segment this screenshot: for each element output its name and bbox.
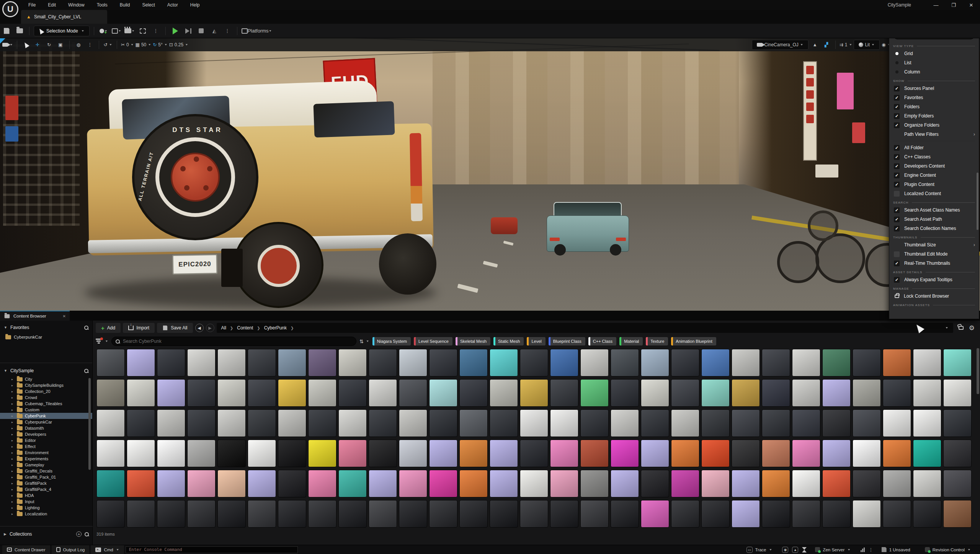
asset-thumbnail-r1c15[interactable] xyxy=(520,349,548,376)
asset-thumbnail-r5c11[interactable] xyxy=(399,470,427,497)
selection-mode-dropdown[interactable]: Selection Mode ▼ xyxy=(34,26,90,36)
asset-thumbnail-r6c16[interactable] xyxy=(550,500,578,528)
asset-thumbnail-r5c24[interactable] xyxy=(792,470,820,497)
asset-thumbnail-r3c13[interactable] xyxy=(459,409,488,437)
folder-item-citysamplebuildings[interactable]: ▸CitySampleBuildings xyxy=(0,382,92,388)
asset-thumbnail-r2c20[interactable] xyxy=(671,379,699,407)
checkbox-checked[interactable]: ✓ xyxy=(894,207,900,213)
settings-item-engine-content[interactable]: ✓Engine Content xyxy=(889,171,979,180)
folder-item-datasmith[interactable]: ▸Datasmith xyxy=(0,425,92,431)
radio-unselected[interactable] xyxy=(894,70,900,73)
checkbox-checked[interactable]: ✓ xyxy=(894,182,900,187)
cmd-dropdown[interactable]: >_ Cmd ▼ xyxy=(91,545,124,554)
gear-icon[interactable]: ⚙ xyxy=(969,324,975,332)
folder-item-cyberpunkcar[interactable]: ▸CyberpunkCar xyxy=(0,419,92,425)
asset-thumbnail-r3c25[interactable] xyxy=(822,409,851,437)
settings-item-grid[interactable]: Grid xyxy=(889,49,979,58)
scale-snap-dropdown[interactable]: ⊡ 0.25▼ xyxy=(169,40,188,50)
asset-thumbnail-r4c8[interactable] xyxy=(308,440,336,467)
asset-thumbnail-r4c21[interactable] xyxy=(701,440,730,467)
folder-item-lighting[interactable]: ▸Lighting xyxy=(0,505,92,511)
asset-thumbnail-r5c27[interactable] xyxy=(883,470,911,497)
asset-search-input[interactable] xyxy=(123,339,337,344)
asset-thumbnail-r2c29[interactable] xyxy=(943,379,972,407)
asset-thumbnail-r5c4[interactable] xyxy=(187,470,216,497)
zen-server-dropdown[interactable]: Zen Server▼ xyxy=(810,545,855,554)
save-all-button[interactable]: Save All xyxy=(157,323,193,333)
camera-settings-button[interactable]: ▞ xyxy=(822,40,831,50)
asset-thumbnail-r3c20[interactable] xyxy=(671,409,699,437)
asset-thumbnail-r2c8[interactable] xyxy=(308,379,336,407)
asset-thumbnail-r5c26[interactable] xyxy=(853,470,881,497)
folder-item-cyberpunk[interactable]: ▸CyberPunk xyxy=(0,413,92,419)
checkbox-checked[interactable]: ✓ xyxy=(894,113,900,119)
asset-thumbnail-r1c16[interactable] xyxy=(550,349,578,376)
radio-unselected[interactable] xyxy=(894,61,900,64)
asset-thumbnail-r1c21[interactable] xyxy=(701,349,730,376)
asset-thumbnail-r6c24[interactable] xyxy=(792,500,820,528)
breadcrumb-item-cyberpunk[interactable]: CyberPunk xyxy=(264,325,287,331)
asset-thumbnail-r4c6[interactable] xyxy=(248,440,276,467)
asset-thumbnail-r2c25[interactable] xyxy=(822,379,851,407)
asset-thumbnail-r1c28[interactable] xyxy=(913,349,941,376)
stats-icon[interactable] xyxy=(861,547,865,552)
pilot-eject-button[interactable]: ▲ xyxy=(810,40,820,50)
forward-button[interactable]: ▶ xyxy=(206,324,214,332)
surface-snap-dropdown[interactable]: ↺▼ xyxy=(103,40,113,50)
asset-thumbnail-r6c13[interactable] xyxy=(459,500,488,528)
asset-thumbnail-r5c9[interactable] xyxy=(338,470,367,497)
asset-thumbnail-r1c9[interactable] xyxy=(338,349,367,376)
asset-thumbnail-r3c14[interactable] xyxy=(490,409,518,437)
asset-thumbnail-r4c28[interactable] xyxy=(913,440,941,467)
asset-thumbnail-r5c23[interactable] xyxy=(762,470,790,497)
filter-chip-level-sequence[interactable]: Level Sequence xyxy=(414,337,452,345)
asset-thumbnail-r2c14[interactable] xyxy=(490,379,518,407)
add-button[interactable]: + Add xyxy=(96,323,121,333)
settings-item-lock-content-browser[interactable]: Lock Content Browser xyxy=(889,292,979,301)
checkbox-checked[interactable]: ✓ xyxy=(894,104,900,110)
settings-item-thumbnail-edit-mode[interactable]: Thumbnail Edit Mode xyxy=(889,249,979,259)
settings-item-always-expand-tooltips[interactable]: ✓Always Expand Tooltips xyxy=(889,275,979,284)
checkbox-checked[interactable]: ✓ xyxy=(894,145,900,151)
minimize-button[interactable]: — xyxy=(927,0,945,10)
asset-thumbnail-r6c29[interactable] xyxy=(943,500,972,528)
asset-thumbnail-r3c18[interactable] xyxy=(611,409,639,437)
camera-speed-dropdown[interactable]: ⇉ 1▼ xyxy=(840,40,853,50)
asset-thumbnail-r5c6[interactable] xyxy=(248,470,276,497)
asset-thumbnail-r1c3[interactable] xyxy=(157,349,185,376)
asset-thumbnail-r5c1[interactable] xyxy=(96,470,125,497)
asset-thumbnail-r3c4[interactable] xyxy=(187,409,216,437)
asset-search-box[interactable] xyxy=(111,337,356,346)
add-actor-dropdown[interactable]: ▼ xyxy=(98,26,109,36)
folder-item-localization[interactable]: ▸Localization xyxy=(0,511,92,517)
asset-thumbnail-r4c27[interactable] xyxy=(883,440,911,467)
asset-thumbnail-r1c8[interactable] xyxy=(308,349,336,376)
asset-thumbnail-r5c28[interactable] xyxy=(913,470,941,497)
output-log-button[interactable]: Output Log xyxy=(52,545,90,554)
asset-thumbnail-r5c12[interactable] xyxy=(429,470,457,497)
select-tool-button[interactable] xyxy=(21,40,31,50)
folder-item-effect[interactable]: ▸Effect xyxy=(0,443,92,450)
view-mode-dropdown[interactable]: Lit ▼ xyxy=(854,40,880,50)
asset-thumbnail-r1c13[interactable] xyxy=(459,349,488,376)
maximize-button[interactable]: ❐ xyxy=(945,0,962,10)
collections-header[interactable]: ▶ Collections + xyxy=(0,529,93,539)
asset-thumbnail-r3c11[interactable] xyxy=(399,409,427,437)
asset-thumbnail-r1c18[interactable] xyxy=(611,349,639,376)
checkbox-unchecked[interactable] xyxy=(894,191,900,197)
asset-thumbnail-r3c5[interactable] xyxy=(217,409,246,437)
asset-thumbnail-r1c12[interactable] xyxy=(429,349,457,376)
asset-thumbnail-r2c22[interactable] xyxy=(732,379,760,407)
asset-thumbnail-r3c9[interactable] xyxy=(338,409,367,437)
filter-chip-c-class[interactable]: C++ Class xyxy=(588,337,616,345)
toolbar-overflow-button[interactable]: ⋮ xyxy=(150,26,161,36)
asset-thumbnail-r6c12[interactable] xyxy=(429,500,457,528)
asset-thumbnail-r6c6[interactable] xyxy=(248,500,276,528)
folder-item-cubemap-tileables[interactable]: ▸Cubemap_Tileables xyxy=(0,401,92,407)
asset-thumbnail-r6c15[interactable] xyxy=(520,500,548,528)
search-icon[interactable] xyxy=(84,369,88,373)
folder-item-hda[interactable]: ▸HDA xyxy=(0,492,92,499)
rotate-tool-button[interactable]: ↻ xyxy=(44,40,54,50)
asset-thumbnail-r2c23[interactable] xyxy=(762,379,790,407)
checkbox-checked[interactable]: ✓ xyxy=(894,217,900,222)
